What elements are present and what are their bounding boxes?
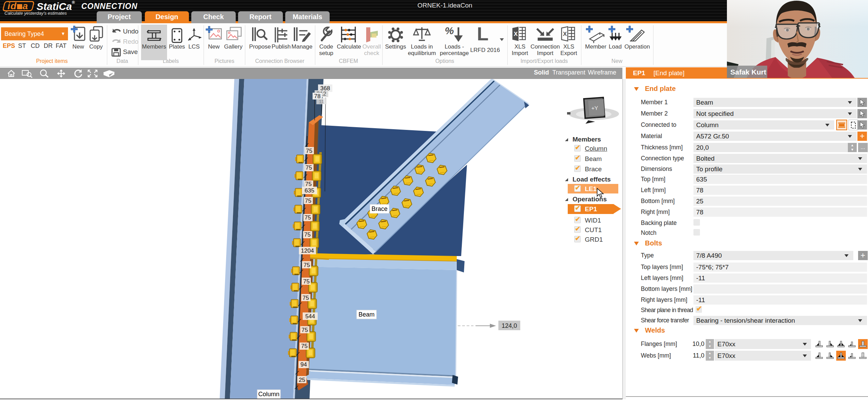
svg-text:75: 75 bbox=[306, 164, 312, 171]
svg-text:75: 75 bbox=[305, 181, 312, 187]
svg-text:75: 75 bbox=[305, 214, 311, 221]
svg-text:75: 75 bbox=[303, 278, 310, 285]
svg-text:25: 25 bbox=[299, 377, 305, 383]
svg-text:L: L bbox=[477, 24, 488, 43]
svg-text:75: 75 bbox=[301, 343, 308, 349]
svg-text:Safak Kurt: Safak Kurt bbox=[730, 68, 766, 76]
svg-text:+Y: +Y bbox=[591, 105, 598, 111]
svg-text:X: X bbox=[563, 31, 567, 37]
svg-text:94: 94 bbox=[301, 361, 307, 368]
svg-text:Beam: Beam bbox=[358, 311, 374, 318]
svg-text:75: 75 bbox=[303, 295, 309, 301]
svg-text:75: 75 bbox=[305, 198, 312, 204]
svg-text:544: 544 bbox=[305, 313, 315, 320]
svg-text:Column: Column bbox=[258, 391, 279, 398]
svg-text:%: % bbox=[445, 25, 454, 36]
svg-text:124,0: 124,0 bbox=[501, 322, 517, 329]
svg-text:635: 635 bbox=[305, 187, 314, 194]
svg-text:Brace: Brace bbox=[371, 205, 387, 212]
svg-text:X: X bbox=[514, 31, 518, 37]
svg-text:75: 75 bbox=[304, 262, 310, 268]
svg-text:75: 75 bbox=[306, 148, 313, 154]
svg-text:75: 75 bbox=[304, 231, 311, 238]
svg-text:1204: 1204 bbox=[301, 247, 314, 254]
svg-text:11: 11 bbox=[319, 98, 324, 104]
svg-text:75: 75 bbox=[302, 327, 308, 333]
